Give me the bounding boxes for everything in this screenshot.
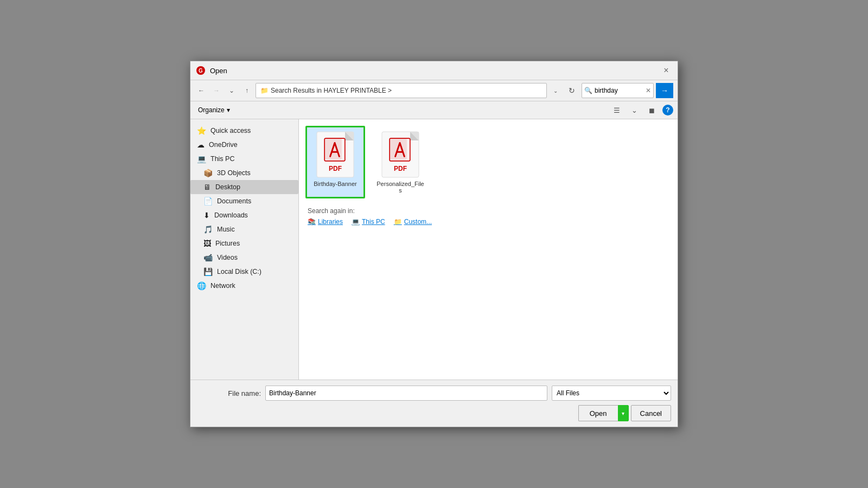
sidebar-item-label: Music	[217, 226, 235, 233]
recent-locations-button[interactable]: ⌄	[225, 84, 238, 97]
sidebar-item-videos[interactable]: 📹 Videos	[190, 251, 298, 265]
sidebar-item-quick-access[interactable]: ⭐ Quick access	[190, 124, 298, 138]
organize-arrow: ▾	[227, 106, 230, 114]
view-list-button[interactable]: ☰	[610, 104, 623, 117]
search-again: Search again in: 📚 Libraries 💻 This PC 📁…	[305, 207, 671, 226]
organize-button[interactable]: Organize ▾	[195, 105, 233, 115]
help-button[interactable]: ?	[662, 105, 673, 115]
local-disk-icon: 💾	[203, 267, 213, 276]
libraries-icon: 📚	[308, 218, 316, 226]
file-name-personalized: Personalized_Files	[375, 181, 425, 194]
search-input[interactable]	[595, 87, 643, 94]
music-icon: 🎵	[203, 225, 213, 234]
address-bar: ← → ⌄ ↑ 📁 Search Results in HAYLEY PRINT…	[190, 80, 678, 101]
documents-icon: 📄	[203, 197, 213, 206]
toolbar: Organize ▾ ☰ ⌄ ◼ ?	[190, 101, 678, 119]
bottom-bar: File name: All Files PDF Files (*.pdf) A…	[190, 380, 678, 427]
filename-input[interactable]	[265, 386, 547, 401]
sidebar-item-pictures[interactable]: 🖼 Pictures	[190, 236, 298, 251]
search-go-button[interactable]: →	[656, 83, 673, 98]
sidebar-item-network[interactable]: 🌐 Network	[190, 279, 298, 293]
sidebar: ⭐ Quick access ☁ OneDrive 💻 This PC 📦 3D…	[190, 119, 299, 380]
organize-label: Organize	[198, 106, 225, 114]
pdf-icon-personalized: PDF	[381, 131, 420, 178]
onedrive-icon: ☁	[197, 140, 205, 149]
pdf-icon-birthday: PDF	[316, 131, 355, 178]
search-again-libraries[interactable]: 📚 Libraries	[308, 218, 343, 226]
sidebar-item-local-disk[interactable]: 💾 Local Disk (C:)	[190, 265, 298, 279]
filename-row: File name: All Files PDF Files (*.pdf) A…	[197, 386, 671, 401]
sidebar-item-label: Pictures	[215, 240, 240, 247]
view-dropdown-button[interactable]: ⌄	[628, 104, 641, 117]
pictures-icon: 🖼	[203, 239, 211, 248]
dropdown-arrow: ▾	[622, 410, 624, 416]
address-path-text: Search Results in HAYLEY PRINTABLE >	[271, 87, 392, 94]
sidebar-item-label: Documents	[217, 197, 251, 205]
refresh-button[interactable]: ↻	[564, 83, 579, 98]
up-button[interactable]: ↑	[240, 84, 253, 97]
svg-text:PDF: PDF	[394, 165, 407, 172]
quick-access-icon: ⭐	[197, 126, 206, 135]
sidebar-item-label: Downloads	[214, 211, 248, 219]
view-details-button[interactable]: ◼	[645, 104, 658, 117]
custom-icon: 📁	[394, 218, 402, 226]
file-item-personalized-files[interactable]: PDF Personalized_Files	[371, 126, 430, 198]
open-button-group: Open ▾	[578, 405, 629, 421]
title-bar: G Open ×	[190, 61, 678, 80]
3d-objects-icon: 📦	[203, 169, 213, 177]
downloads-icon: ⬇	[203, 211, 210, 220]
custom-label: Custom...	[404, 218, 432, 226]
videos-icon: 📹	[203, 253, 213, 262]
network-icon: 🌐	[197, 281, 206, 290]
sidebar-item-label: 3D Objects	[217, 169, 251, 177]
dialog-title: Open	[210, 67, 656, 75]
sidebar-item-label: OneDrive	[209, 141, 238, 149]
dialog-icon: G	[196, 66, 206, 75]
search-again-this-pc[interactable]: 💻 This PC	[352, 218, 385, 226]
search-again-label: Search again in:	[308, 207, 669, 215]
sidebar-item-this-pc[interactable]: 💻 This PC	[190, 152, 298, 166]
back-button[interactable]: ←	[195, 84, 208, 97]
sidebar-item-label: Quick access	[210, 127, 251, 134]
cancel-button[interactable]: Cancel	[631, 405, 671, 421]
this-pc-icon: 💻	[197, 155, 206, 163]
content-area: ⭐ Quick access ☁ OneDrive 💻 This PC 📦 3D…	[190, 119, 678, 380]
address-path[interactable]: 📁 Search Results in HAYLEY PRINTABLE >	[256, 83, 547, 98]
file-grid: PDF Birthday-Banner	[305, 126, 671, 198]
folder-icon: 📁	[260, 87, 269, 94]
this-pc-search-label: This PC	[362, 218, 385, 226]
forward-button[interactable]: →	[210, 84, 223, 97]
sidebar-item-label: Network	[210, 282, 235, 290]
sidebar-item-documents[interactable]: 📄 Documents	[190, 194, 298, 208]
sidebar-item-onedrive[interactable]: ☁ OneDrive	[190, 138, 298, 152]
open-button[interactable]: Open	[578, 405, 618, 421]
open-dialog: G Open × ← → ⌄ ↑ 📁 Search Results in HAY…	[190, 61, 678, 427]
search-icon: 🔍	[584, 87, 592, 94]
sidebar-item-desktop[interactable]: 🖥 Desktop	[190, 180, 298, 194]
sidebar-item-label: Videos	[217, 254, 238, 261]
svg-text:PDF: PDF	[329, 165, 342, 172]
this-pc-search-icon: 💻	[352, 218, 360, 226]
sidebar-item-label: This PC	[210, 155, 234, 163]
open-dropdown-button[interactable]: ▾	[618, 405, 629, 421]
file-area: PDF Birthday-Banner	[299, 119, 678, 380]
buttons-row: Open ▾ Cancel	[197, 405, 671, 421]
desktop-icon: 🖥	[203, 183, 211, 191]
sidebar-item-downloads[interactable]: ⬇ Downloads	[190, 208, 298, 222]
close-button[interactable]: ×	[660, 65, 672, 76]
search-again-custom[interactable]: 📁 Custom...	[394, 218, 432, 226]
sidebar-item-label: Desktop	[215, 183, 240, 191]
filetype-select[interactable]: All Files PDF Files (*.pdf) All Document…	[552, 386, 671, 401]
libraries-label: Libraries	[318, 218, 343, 226]
search-clear-button[interactable]: ✕	[646, 87, 651, 94]
search-box: 🔍 ✕	[582, 83, 654, 98]
sidebar-item-3d-objects[interactable]: 📦 3D Objects	[190, 166, 298, 180]
address-dropdown-button[interactable]: ⌄	[549, 83, 562, 98]
file-name-birthday: Birthday-Banner	[314, 181, 357, 187]
svg-text:G: G	[199, 68, 203, 74]
search-again-links: 📚 Libraries 💻 This PC 📁 Custom...	[308, 218, 669, 226]
sidebar-item-music[interactable]: 🎵 Music	[190, 222, 298, 236]
file-item-birthday-banner[interactable]: PDF Birthday-Banner	[305, 126, 365, 198]
sidebar-item-label: Local Disk (C:)	[217, 268, 261, 275]
filename-label: File name:	[228, 389, 261, 397]
